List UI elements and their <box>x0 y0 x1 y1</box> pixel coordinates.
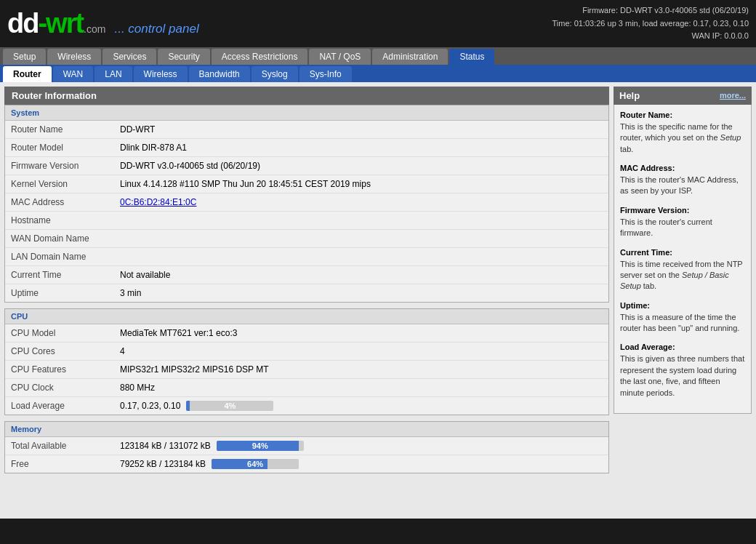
label-cpu-model: CPU Model <box>5 324 114 343</box>
cpu-table: CPU Model MediaTek MT7621 ver:1 eco:3 CP… <box>5 324 608 415</box>
value-wan-domain <box>114 229 608 247</box>
nav-nat-qos[interactable]: NAT / QoS <box>309 49 371 65</box>
logo: dd-wrt .com ... control panel <box>7 8 199 39</box>
value-uptime: 3 min <box>114 284 608 302</box>
total-available-label: 94% <box>217 441 304 451</box>
system-table: Router Name DD-WRT Router Model Dlink DI… <box>5 121 608 302</box>
load-average-cell: 0.17, 0.23, 0.10 4% <box>120 401 603 411</box>
subnav-wireless[interactable]: Wireless <box>134 66 188 82</box>
help-current-time-title: Current Time: <box>620 248 745 257</box>
table-row: Uptime 3 min <box>5 284 608 302</box>
table-row: WAN Domain Name <box>5 229 608 247</box>
nav-security[interactable]: Security <box>158 49 209 65</box>
help-uptime-title: Uptime: <box>620 301 745 310</box>
system-section: System Router Name DD-WRT Router Model D… <box>4 105 609 303</box>
value-mac-address: 0C:B6:D2:84:E1:0C <box>114 193 608 211</box>
table-row: Current Time Not available <box>5 265 608 284</box>
help-firmware: Firmware Version: This is the router's c… <box>620 206 745 239</box>
value-cpu-model: MediaTek MT7621 ver:1 eco:3 <box>114 324 608 343</box>
memory-title: Memory <box>5 422 608 437</box>
table-row: CPU Clock 880 MHz <box>5 378 608 396</box>
value-load-average: 0.17, 0.23, 0.10 4% <box>114 396 608 415</box>
label-mac-address: MAC Address <box>5 193 114 211</box>
router-info-header: Router Information <box>4 87 609 105</box>
label-load-average: Load Average <box>5 396 114 415</box>
help-more-link[interactable]: more... <box>720 91 746 100</box>
label-hostname: Hostname <box>5 211 114 229</box>
cpu-title: CPU <box>5 309 608 324</box>
label-lan-domain: LAN Domain Name <box>5 247 114 265</box>
header: dd-wrt .com ... control panel Firmware: … <box>0 0 756 47</box>
system-title: System <box>5 105 608 121</box>
help-router-name-text: This is the specific name for the router… <box>620 121 745 155</box>
value-hostname <box>114 211 608 229</box>
subnav-lan[interactable]: LAN <box>94 66 132 82</box>
help-firmware-title: Firmware Version: <box>620 206 745 215</box>
label-wan-domain: WAN Domain Name <box>5 229 114 247</box>
value-current-time: Not available <box>114 265 608 284</box>
table-row: Total Available 123184 kB / 131072 kB 94… <box>5 437 608 455</box>
help-mac-address: MAC Address: This is the router's MAC Ad… <box>620 164 745 197</box>
subnav-syslog[interactable]: Syslog <box>252 66 298 82</box>
table-row: Load Average 0.17, 0.23, 0.10 4% <box>5 396 608 415</box>
mac-link[interactable]: 0C:B6:D2:84:E1:0C <box>120 197 196 207</box>
table-row: Kernel Version Linux 4.14.128 #110 SMP T… <box>5 175 608 193</box>
value-lan-domain <box>114 247 608 265</box>
label-router-model: Router Model <box>5 138 114 156</box>
subnav-sys-info[interactable]: Sys-Info <box>299 66 352 82</box>
cpu-section: CPU CPU Model MediaTek MT7621 ver:1 eco:… <box>4 308 609 415</box>
nav-sub: Router WAN LAN Wireless Bandwidth Syslog… <box>0 65 756 82</box>
label-router-name: Router Name <box>5 121 114 139</box>
help-panel: Help more... Router Name: This is the sp… <box>614 87 752 514</box>
value-router-name: DD-WRT <box>114 121 608 139</box>
time-info: Time: 01:03:26 up 3 min, load average: 0… <box>552 17 749 31</box>
subnav-wan[interactable]: WAN <box>53 66 94 82</box>
label-cpu-features: CPU Features <box>5 360 114 378</box>
load-average-bar: 4% <box>186 401 273 411</box>
label-free-memory: Free <box>5 455 114 473</box>
help-load-average: Load Average: This is given as three num… <box>620 343 745 399</box>
firmware-info: Firmware: DD-WRT v3.0-r40065 std (06/20/… <box>552 4 749 17</box>
nav-wireless[interactable]: Wireless <box>47 49 101 65</box>
value-kernel-version: Linux 4.14.128 #110 SMP Thu Jun 20 18:45… <box>114 175 608 193</box>
label-kernel-version: Kernel Version <box>5 175 114 193</box>
control-panel-label: ... control panel <box>114 22 198 36</box>
help-body: Router Name: This is the specific name f… <box>614 105 752 414</box>
value-cpu-features: MIPS32r1 MIPS32r2 MIPS16 DSP MT <box>114 360 608 378</box>
nav-services[interactable]: Services <box>102 49 156 65</box>
load-average-label: 4% <box>186 401 273 411</box>
table-row: CPU Cores 4 <box>5 342 608 360</box>
table-row: Router Model Dlink DIR-878 A1 <box>5 138 608 156</box>
memory-section: Memory Total Available 123184 kB / 13107… <box>4 421 609 473</box>
nav-access-restrictions[interactable]: Access Restrictions <box>212 49 308 65</box>
nav-administration[interactable]: Administration <box>372 49 448 65</box>
header-info: Firmware: DD-WRT v3.0-r40065 std (06/20/… <box>552 4 749 43</box>
main-panel: Router Information System Router Name DD… <box>4 87 609 514</box>
help-router-name: Router Name: This is the specific name f… <box>620 111 745 155</box>
help-firmware-text: This is the router's current firmware. <box>620 217 745 239</box>
nav-setup[interactable]: Setup <box>3 49 46 65</box>
nav-status[interactable]: Status <box>449 49 494 65</box>
wan-ip-info: WAN IP: 0.0.0.0 <box>552 30 749 43</box>
label-firmware-version: Firmware Version <box>5 156 114 175</box>
help-current-time-text: This is time received from the NTP serve… <box>620 259 745 292</box>
content: Router Information System Router Name DD… <box>0 82 756 519</box>
help-uptime-text: This is a measure of the time the router… <box>620 312 745 335</box>
table-row: Hostname <box>5 211 608 229</box>
table-row: Firmware Version DD-WRT v3.0-r40065 std … <box>5 156 608 175</box>
table-row: Router Name DD-WRT <box>5 121 608 139</box>
total-available-cell: 123184 kB / 131072 kB 94% <box>120 441 603 451</box>
value-router-model: Dlink DIR-878 A1 <box>114 138 608 156</box>
label-uptime: Uptime <box>5 284 114 302</box>
value-cpu-clock: 880 MHz <box>114 378 608 396</box>
label-cpu-clock: CPU Clock <box>5 378 114 396</box>
free-memory-cell: 79252 kB / 123184 kB 64% <box>120 459 603 469</box>
subnav-router[interactable]: Router <box>3 66 52 82</box>
memory-table: Total Available 123184 kB / 131072 kB 94… <box>5 437 608 473</box>
value-firmware-version: DD-WRT v3.0-r40065 std (06/20/19) <box>114 156 608 175</box>
table-row: Free 79252 kB / 123184 kB 64% <box>5 455 608 473</box>
nav-top: Setup Wireless Services Security Access … <box>0 47 756 65</box>
value-cpu-cores: 4 <box>114 342 608 360</box>
subnav-bandwidth[interactable]: Bandwidth <box>189 66 250 82</box>
total-available-bar: 94% <box>217 441 304 451</box>
